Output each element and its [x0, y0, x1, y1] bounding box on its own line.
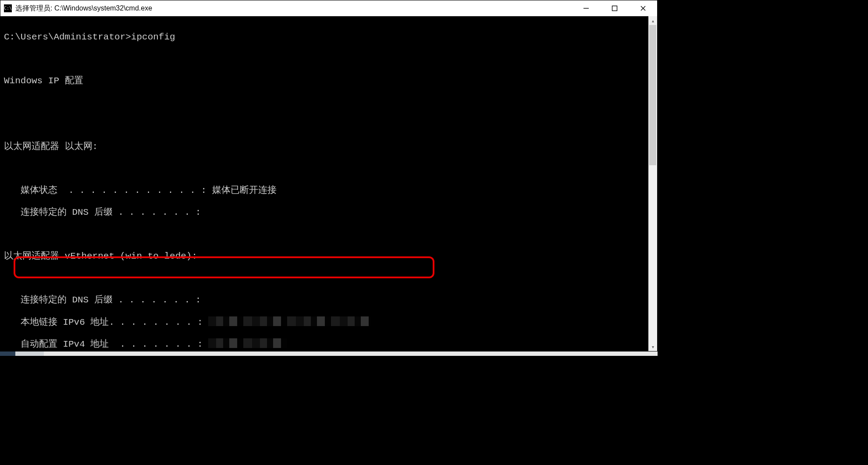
titlebar[interactable]: C:\ 选择管理员: C:\Windows\system32\cmd.exe [0, 0, 657, 16]
adapter-title: 以太网适配器 vEthernet (win to lede): [4, 251, 646, 262]
minimize-button[interactable] [572, 0, 600, 16]
command-text: ipconfig [131, 32, 175, 42]
svg-rect-1 [612, 6, 617, 11]
adapter-title: 以太网适配器 以太网: [4, 141, 646, 152]
redacted-value [208, 338, 287, 348]
scrollbar[interactable]: ▴ ▾ [648, 16, 657, 351]
close-button[interactable] [629, 0, 657, 16]
redacted-value [208, 316, 370, 326]
cmd-window: C:\ 选择管理员: C:\Windows\system32\cmd.exe C… [0, 0, 658, 351]
field-label: 自动配置 IPv4 地址 . . . . . . . : [4, 339, 208, 349]
window-controls [572, 0, 657, 16]
window-title: 选择管理员: C:\Windows\system32\cmd.exe [15, 4, 572, 13]
scroll-thumb[interactable] [649, 25, 656, 165]
field-label: 本地链接 IPv6 地址. . . . . . . . : [4, 317, 208, 327]
terminal-output[interactable]: C:\Users\Administrator>ipconfig Windows … [0, 16, 649, 351]
taskbar-sliver [0, 351, 658, 356]
cmd-icon: C:\ [4, 4, 12, 12]
field-label: 连接特定的 DNS 后缀 . . . . . . . : [4, 207, 646, 218]
field-value: 媒体已断开连接 [212, 185, 277, 195]
field-label: 媒体状态 . . . . . . . . . . . . : [4, 185, 212, 195]
field-label: 连接特定的 DNS 后缀 . . . . . . . : [4, 295, 646, 305]
scroll-down-button[interactable]: ▾ [648, 342, 657, 351]
prompt: C:\Users\Administrator> [4, 32, 131, 42]
maximize-button[interactable] [600, 0, 629, 16]
section-header: Windows IP 配置 [4, 75, 646, 86]
scroll-up-button[interactable]: ▴ [648, 16, 657, 25]
